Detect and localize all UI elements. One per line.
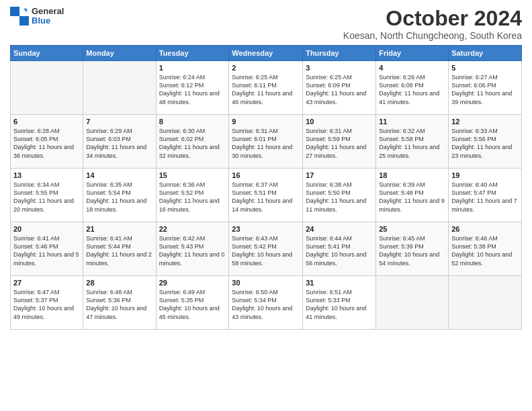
table-row: 16Sunrise: 6:37 AM Sunset: 5:51 PM Dayli… xyxy=(229,169,303,222)
day-number: 31 xyxy=(306,279,373,287)
table-row: 30Sunrise: 6:50 AM Sunset: 5:34 PM Dayli… xyxy=(229,276,303,330)
calendar-header-row: Sunday Monday Tuesday Wednesday Thursday… xyxy=(11,46,522,61)
svg-rect-1 xyxy=(19,7,29,16)
day-info: Sunrise: 6:36 AM Sunset: 5:52 PM Dayligh… xyxy=(159,181,226,214)
day-info: Sunrise: 6:40 AM Sunset: 5:47 PM Dayligh… xyxy=(451,181,519,214)
logo: General Blue xyxy=(10,7,64,26)
table-row: 18Sunrise: 6:39 AM Sunset: 5:48 PM Dayli… xyxy=(376,169,449,222)
page: General Blue October 2024 Koesan, North … xyxy=(0,0,532,411)
day-info: Sunrise: 6:45 AM Sunset: 5:39 PM Dayligh… xyxy=(379,234,445,267)
table-row xyxy=(449,276,522,330)
day-info: Sunrise: 6:43 AM Sunset: 5:42 PM Dayligh… xyxy=(232,234,300,267)
day-info: Sunrise: 6:46 AM Sunset: 5:38 PM Dayligh… xyxy=(451,234,519,267)
table-row: 4Sunrise: 6:26 AM Sunset: 6:08 PM Daylig… xyxy=(376,61,449,115)
table-row: 6Sunrise: 6:28 AM Sunset: 6:05 PM Daylig… xyxy=(11,115,83,169)
header: General Blue October 2024 Koesan, North … xyxy=(10,7,522,41)
header-sunday: Sunday xyxy=(11,46,83,61)
calendar-week-row: 27Sunrise: 6:47 AM Sunset: 5:37 PM Dayli… xyxy=(11,276,522,330)
logo-general: General xyxy=(32,7,64,16)
day-number: 2 xyxy=(232,64,300,72)
day-number: 4 xyxy=(379,64,445,72)
table-row: 12Sunrise: 6:33 AM Sunset: 5:56 PM Dayli… xyxy=(449,115,522,169)
table-row: 26Sunrise: 6:46 AM Sunset: 5:38 PM Dayli… xyxy=(449,222,522,276)
table-row: 9Sunrise: 6:31 AM Sunset: 6:01 PM Daylig… xyxy=(229,115,303,169)
calendar-table: Sunday Monday Tuesday Wednesday Thursday… xyxy=(10,45,522,330)
day-info: Sunrise: 6:26 AM Sunset: 6:08 PM Dayligh… xyxy=(379,73,445,106)
day-number: 5 xyxy=(451,64,519,72)
table-row: 29Sunrise: 6:49 AM Sunset: 5:35 PM Dayli… xyxy=(156,276,229,330)
day-number: 30 xyxy=(232,279,300,287)
day-number: 28 xyxy=(86,279,152,287)
header-wednesday: Wednesday xyxy=(229,46,303,61)
day-info: Sunrise: 6:50 AM Sunset: 5:34 PM Dayligh… xyxy=(232,288,300,321)
day-number: 14 xyxy=(86,171,152,179)
day-info: Sunrise: 6:25 AM Sunset: 6:11 PM Dayligh… xyxy=(232,73,300,106)
day-info: Sunrise: 6:44 AM Sunset: 5:41 PM Dayligh… xyxy=(306,234,373,267)
header-monday: Monday xyxy=(83,46,156,61)
day-info: Sunrise: 6:35 AM Sunset: 5:54 PM Dayligh… xyxy=(86,181,152,214)
day-info: Sunrise: 6:39 AM Sunset: 5:48 PM Dayligh… xyxy=(379,181,445,214)
day-number: 11 xyxy=(379,118,445,126)
day-info: Sunrise: 6:24 AM Sunset: 6:12 PM Dayligh… xyxy=(159,73,226,106)
day-number: 22 xyxy=(159,225,226,233)
day-number: 10 xyxy=(306,118,373,126)
table-row: 15Sunrise: 6:36 AM Sunset: 5:52 PM Dayli… xyxy=(156,169,229,222)
day-number: 9 xyxy=(232,118,300,126)
table-row xyxy=(83,61,156,115)
month-title: October 2024 xyxy=(343,7,522,30)
day-info: Sunrise: 6:41 AM Sunset: 5:46 PM Dayligh… xyxy=(13,234,80,267)
day-number: 20 xyxy=(13,225,80,233)
day-info: Sunrise: 6:49 AM Sunset: 5:35 PM Dayligh… xyxy=(159,288,226,321)
table-row xyxy=(11,61,83,115)
table-row: 23Sunrise: 6:43 AM Sunset: 5:42 PM Dayli… xyxy=(229,222,303,276)
logo-text: General Blue xyxy=(32,7,64,26)
day-info: Sunrise: 6:41 AM Sunset: 5:44 PM Dayligh… xyxy=(86,234,152,267)
table-row: 20Sunrise: 6:41 AM Sunset: 5:46 PM Dayli… xyxy=(11,222,83,276)
day-info: Sunrise: 6:33 AM Sunset: 5:56 PM Dayligh… xyxy=(451,127,519,160)
table-row: 1Sunrise: 6:24 AM Sunset: 6:12 PM Daylig… xyxy=(156,61,229,115)
day-info: Sunrise: 6:32 AM Sunset: 5:58 PM Dayligh… xyxy=(379,127,445,160)
table-row: 5Sunrise: 6:27 AM Sunset: 6:06 PM Daylig… xyxy=(449,61,522,115)
day-number: 21 xyxy=(86,225,152,233)
day-info: Sunrise: 6:48 AM Sunset: 5:36 PM Dayligh… xyxy=(86,288,152,321)
svg-rect-2 xyxy=(10,16,19,26)
day-number: 17 xyxy=(306,171,373,179)
day-number: 18 xyxy=(379,171,445,179)
day-number: 25 xyxy=(379,225,445,233)
day-number: 8 xyxy=(159,118,226,126)
table-row: 17Sunrise: 6:38 AM Sunset: 5:50 PM Dayli… xyxy=(303,169,376,222)
table-row: 10Sunrise: 6:31 AM Sunset: 5:59 PM Dayli… xyxy=(303,115,376,169)
day-number: 1 xyxy=(159,64,226,72)
day-info: Sunrise: 6:29 AM Sunset: 6:03 PM Dayligh… xyxy=(86,127,152,160)
table-row: 24Sunrise: 6:44 AM Sunset: 5:41 PM Dayli… xyxy=(303,222,376,276)
location-title: Koesan, North Chungcheong, South Korea xyxy=(343,30,522,41)
day-number: 3 xyxy=(306,64,373,72)
day-info: Sunrise: 6:28 AM Sunset: 6:05 PM Dayligh… xyxy=(13,127,80,160)
table-row: 27Sunrise: 6:47 AM Sunset: 5:37 PM Dayli… xyxy=(11,276,83,330)
day-number: 19 xyxy=(451,171,519,179)
day-number: 16 xyxy=(232,171,300,179)
day-number: 29 xyxy=(159,279,226,287)
day-info: Sunrise: 6:42 AM Sunset: 5:43 PM Dayligh… xyxy=(159,234,226,267)
day-number: 6 xyxy=(13,118,80,126)
table-row: 25Sunrise: 6:45 AM Sunset: 5:39 PM Dayli… xyxy=(376,222,449,276)
header-tuesday: Tuesday xyxy=(156,46,229,61)
day-info: Sunrise: 6:51 AM Sunset: 5:33 PM Dayligh… xyxy=(306,288,373,321)
title-area: October 2024 Koesan, North Chungcheong, … xyxy=(343,7,522,41)
svg-rect-0 xyxy=(10,7,19,16)
day-number: 15 xyxy=(159,171,226,179)
table-row: 28Sunrise: 6:48 AM Sunset: 5:36 PM Dayli… xyxy=(83,276,156,330)
calendar-week-row: 6Sunrise: 6:28 AM Sunset: 6:05 PM Daylig… xyxy=(11,115,522,169)
day-info: Sunrise: 6:30 AM Sunset: 6:02 PM Dayligh… xyxy=(159,127,226,160)
header-friday: Friday xyxy=(376,46,449,61)
header-saturday: Saturday xyxy=(449,46,522,61)
day-number: 12 xyxy=(451,118,519,126)
table-row: 31Sunrise: 6:51 AM Sunset: 5:33 PM Dayli… xyxy=(303,276,376,330)
day-number: 27 xyxy=(13,279,80,287)
day-number: 7 xyxy=(86,118,152,126)
day-info: Sunrise: 6:38 AM Sunset: 5:50 PM Dayligh… xyxy=(306,181,373,214)
calendar-week-row: 1Sunrise: 6:24 AM Sunset: 6:12 PM Daylig… xyxy=(11,61,522,115)
table-row: 11Sunrise: 6:32 AM Sunset: 5:58 PM Dayli… xyxy=(376,115,449,169)
day-number: 23 xyxy=(232,225,300,233)
calendar-week-row: 13Sunrise: 6:34 AM Sunset: 5:55 PM Dayli… xyxy=(11,169,522,222)
